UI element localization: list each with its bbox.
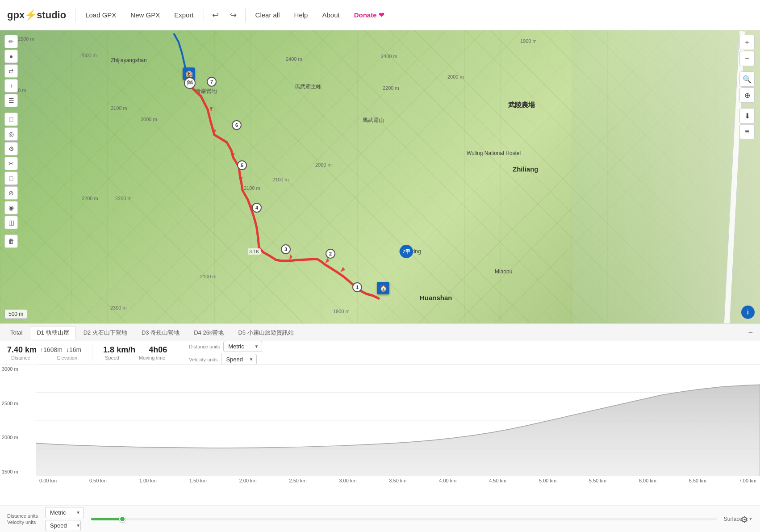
cut-tool[interactable]: ✂ bbox=[4, 157, 18, 170]
map-container[interactable]: Zhijiayangshan 武陵農場 Wuling National Host… bbox=[0, 30, 760, 323]
units-display-labels: Distance units Velocity units bbox=[7, 513, 38, 525]
locate-button[interactable]: ⊕ bbox=[739, 88, 755, 103]
point-tool[interactable]: ● bbox=[4, 50, 18, 63]
distance-label: Distance bbox=[11, 355, 30, 360]
speed-label: Speed bbox=[105, 355, 119, 360]
tab-total[interactable]: Total bbox=[4, 327, 29, 339]
x-3-5: 3.50 km bbox=[389, 478, 406, 488]
dist-units-display: Distance units bbox=[7, 513, 38, 519]
undo-button[interactable]: ↩ bbox=[208, 7, 224, 23]
select-tool[interactable]: □ bbox=[4, 113, 18, 126]
profile-x-axis: 0.00 km 0.50 km 1.00 km 1.50 km 2.00 km … bbox=[36, 476, 760, 490]
profile-y-axis: 3000 m 2500 m 2000 m 1500 m bbox=[0, 364, 36, 476]
vel-units-display: Velocity units bbox=[7, 519, 38, 525]
seven-jiaxing-marker: 7甲 bbox=[400, 245, 413, 258]
add-tool[interactable]: + bbox=[4, 79, 18, 92]
download-button[interactable]: ⬇ bbox=[739, 108, 755, 123]
delete-tool[interactable]: 🗑 bbox=[4, 235, 18, 248]
distance-value: 7.40 km bbox=[7, 345, 37, 355]
redo-button[interactable]: ↪ bbox=[225, 7, 242, 23]
settings-gear-icon[interactable]: ⚙ bbox=[740, 514, 753, 527]
tab-d4[interactable]: D4 26k營地 bbox=[187, 326, 230, 339]
load-gpx-button[interactable]: Load GPX bbox=[79, 8, 122, 21]
x-5: 5.00 km bbox=[539, 478, 556, 488]
units-block: Distance units Metric Imperial ▼ Velocit… bbox=[189, 341, 262, 365]
scrubber-handle[interactable] bbox=[119, 516, 125, 522]
elevation-area bbox=[36, 385, 760, 476]
clear-all-button[interactable]: Clear all bbox=[249, 8, 286, 21]
nav-divider-2 bbox=[204, 8, 204, 22]
waypoint-2: 2 bbox=[326, 249, 335, 259]
speed-wrapper: Speed Pace ▼ bbox=[45, 520, 84, 531]
layers-button[interactable]: ≡ bbox=[739, 124, 755, 139]
x-6: 6.00 km bbox=[639, 478, 656, 488]
hide-tool[interactable]: ⊘ bbox=[4, 186, 18, 200]
speed-value: 1.8 km/h bbox=[103, 345, 135, 355]
left-toolbar: ✏ ● ⇄ + ☰ □ ◎ ⚙ ✂ □ ⊘ ◉ ◫ 🗑 bbox=[4, 35, 18, 248]
x-4-5: 4.50 km bbox=[489, 478, 506, 488]
elevation-down: ↓16m bbox=[66, 346, 81, 353]
settings-tool[interactable]: ⚙ bbox=[4, 142, 18, 155]
nav-divider-1 bbox=[75, 8, 75, 22]
info-button[interactable]: i bbox=[741, 306, 755, 319]
x-5-5: 5.50 km bbox=[589, 478, 606, 488]
distance-block: 7.40 km ↑1608m ↓16m Distance Elevation bbox=[7, 345, 81, 360]
crop-tool[interactable]: □ bbox=[4, 172, 18, 185]
tab-d5[interactable]: D5 小霧山旅遊資訊站 bbox=[231, 326, 300, 339]
merge-tool[interactable]: ◉ bbox=[4, 201, 18, 214]
zoom-out-button[interactable]: − bbox=[739, 51, 755, 66]
donate-button[interactable]: Donate ❤ bbox=[348, 8, 391, 22]
bottom-panel: Total D1 軌轄山屋 D2 火石山下營地 D3 奇崁山營地 D4 26k營… bbox=[0, 323, 760, 532]
about-button[interactable]: About bbox=[316, 8, 346, 21]
x-0: 0.00 km bbox=[39, 478, 57, 488]
waypoint-1: 1 bbox=[352, 282, 362, 292]
stats-row: 7.40 km ↑1608m ↓16m Distance Elevation 1… bbox=[0, 341, 760, 364]
x-3: 3.00 km bbox=[339, 478, 356, 488]
tab-d2[interactable]: D2 火石山下營地 bbox=[77, 326, 134, 339]
velocity-unit-select[interactable]: Speed Pace bbox=[221, 354, 257, 365]
tabs-row: Total D1 軌轄山屋 D2 火石山下營地 D3 奇崁山營地 D4 26k營… bbox=[0, 324, 760, 341]
profile-scrubber[interactable] bbox=[91, 518, 717, 520]
metric-wrapper: Metric Imperial ▼ bbox=[45, 507, 84, 518]
x-1: 1.00 km bbox=[139, 478, 157, 488]
y-label-3000: 3000 m bbox=[2, 366, 32, 372]
list-tool[interactable]: ☰ bbox=[4, 94, 18, 107]
ctrl-sep-2 bbox=[739, 104, 755, 107]
waypoint-7: 7 bbox=[207, 77, 217, 87]
y-label-2000: 2000 m bbox=[2, 435, 32, 440]
zoom-in-button[interactable]: + bbox=[739, 35, 755, 50]
elevation-values: ↑1608m ↓16m bbox=[40, 346, 81, 353]
export-button[interactable]: Export bbox=[168, 8, 200, 21]
bottom-controls: Distance units Velocity units Metric Imp… bbox=[0, 505, 760, 532]
scrubber-fill bbox=[91, 518, 122, 520]
collapse-panel-button[interactable]: − bbox=[744, 328, 756, 337]
new-gpx-button[interactable]: New GPX bbox=[124, 8, 166, 21]
velocity-unit-wrapper: Speed Pace ▼ bbox=[221, 354, 257, 365]
scale-bar: 500 m bbox=[4, 309, 27, 319]
time-label: Moving time bbox=[139, 355, 165, 360]
draw-tool[interactable]: ✏ bbox=[4, 35, 18, 48]
search-button[interactable]: 🔍 bbox=[739, 71, 755, 87]
logo-bolt: ⚡ bbox=[25, 9, 37, 21]
elevation-profile: 3000 m 2500 m 2000 m 1500 m bbox=[0, 364, 760, 490]
scale-label: 500 m bbox=[8, 311, 23, 317]
tab-d3[interactable]: D3 奇崁山營地 bbox=[135, 326, 186, 339]
x-6-5: 6.50 km bbox=[689, 478, 706, 488]
map-controls-right: + − 🔍 ⊕ ⬇ ≡ bbox=[739, 35, 755, 139]
speed-select[interactable]: Speed Pace bbox=[45, 520, 81, 531]
x-0-5: 0.50 km bbox=[89, 478, 107, 488]
units-selects: Metric Imperial ▼ Speed Pace ▼ bbox=[45, 507, 84, 531]
nav-divider-3 bbox=[245, 8, 246, 22]
logo-text: gpx⚡studio bbox=[7, 9, 66, 21]
app-logo: gpx⚡studio bbox=[7, 9, 66, 21]
help-button[interactable]: Help bbox=[288, 8, 314, 21]
frame-tool[interactable]: ◫ bbox=[4, 216, 18, 229]
distance-unit-select[interactable]: Metric Imperial bbox=[223, 341, 262, 352]
elevation-label: Elevation bbox=[57, 355, 77, 360]
location-tool[interactable]: ◎ bbox=[4, 127, 18, 141]
metric-select[interactable]: Metric Imperial bbox=[45, 507, 84, 518]
x-7: 7.00 km bbox=[739, 478, 756, 488]
tab-d1[interactable]: D1 軌轄山屋 bbox=[30, 326, 75, 339]
switch-tool[interactable]: ⇄ bbox=[4, 64, 18, 78]
surface-text: Surface bbox=[724, 516, 742, 522]
